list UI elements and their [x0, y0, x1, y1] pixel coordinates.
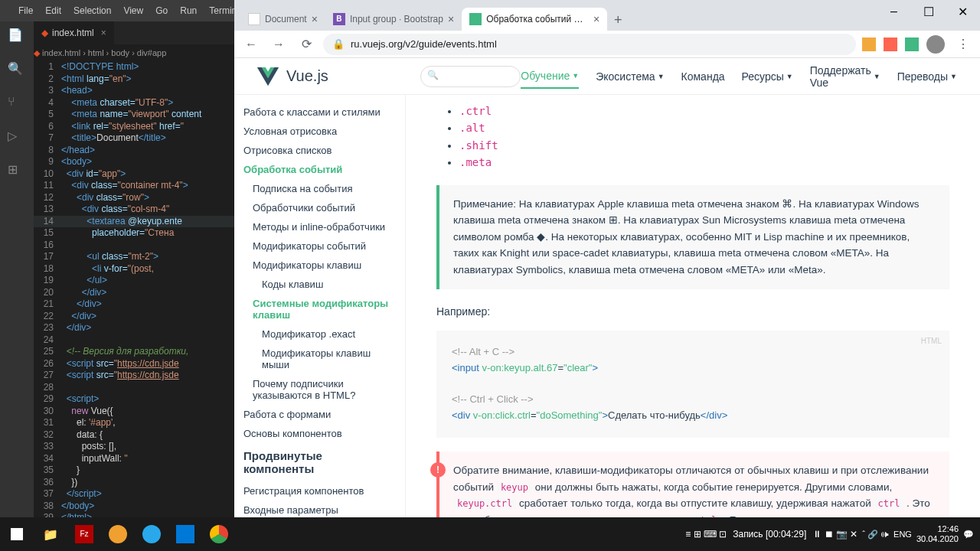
nav-item[interactable]: Переводы ▼ [897, 64, 957, 89]
sidebar-item[interactable]: Модификаторы клавиш [234, 256, 405, 275]
sidebar-item[interactable]: Модификатор .exact [234, 324, 405, 344]
sidebar-item[interactable]: Подписка на события [234, 179, 405, 198]
close-icon[interactable]: × [448, 13, 454, 25]
telegram-icon[interactable] [135, 517, 168, 551]
docs-content[interactable]: .ctrl.alt.shift.meta Примечание: На клав… [406, 58, 980, 517]
sidebar-item[interactable]: Отрисовка списков [234, 141, 405, 160]
activity-bar: 📄 🔍 ⑂ ▷ ⊞ [0, 21, 34, 517]
explorer-icon[interactable]: 📄 [8, 28, 26, 46]
sidebar-item[interactable]: Обработка событий [234, 160, 405, 179]
sidebar-item[interactable]: Модификаторы событий [234, 236, 405, 256]
window-controls: – ☐ ✕ [877, 0, 980, 23]
close-icon[interactable]: × [312, 13, 318, 25]
source-control-icon[interactable]: ⑂ [8, 95, 26, 113]
browser-tab[interactable]: BInput group · Bootstrap× [325, 8, 462, 31]
html-file-icon: ◆ [41, 28, 48, 38]
close-icon[interactable]: × [101, 28, 106, 38]
vscode-taskbar-icon[interactable] [168, 517, 202, 551]
tray-icons[interactable]: ˆ 🔗 🕪 [862, 530, 889, 540]
close-icon[interactable]: × [593, 13, 599, 25]
menu-icon[interactable]: ⋮ [952, 34, 974, 55]
code-editor[interactable]: 1<!DOCTYPE html>2<html lang="en">3<head>… [34, 61, 234, 517]
vue-logo-icon [257, 66, 279, 87]
vscode-menubar: File Edit Selection View Go Run Terminal [0, 0, 234, 21]
menu-run[interactable]: Run [174, 5, 203, 16]
main-nav: Обучение ▼Экосистема ▼КомандаРесурсы ▼По… [521, 64, 957, 89]
sidebar-item[interactable]: Условная отрисовка [234, 122, 405, 141]
editor-tabs: ◆ index.html × [34, 21, 234, 44]
sidebar-item[interactable]: Обработчики событий [234, 198, 405, 217]
url-text: ru.vuejs.org/v2/guide/events.html [351, 38, 497, 50]
recording-status[interactable]: ≡ ⊞ ⌨ ⊡ Запись [00:04:29] ⏸ ⏹ 📷 ✕ [685, 529, 858, 540]
breadcrumb[interactable]: ◆ index.html › html › body › div#app [0, 44, 234, 61]
minimize-button[interactable]: – [877, 0, 911, 23]
lock-icon: 🔒 [332, 38, 345, 50]
sidebar-item[interactable]: Методы и inline-обработчики [234, 217, 405, 236]
sidebar-item[interactable]: Работа с классами и стилями [234, 103, 405, 122]
clock[interactable]: 12:46 30.04.2020 [916, 524, 959, 544]
warning-box: ! Обратите внимание, клавиши-модификатор… [436, 452, 949, 517]
example-label: Например: [436, 303, 949, 320]
sidebar-item[interactable]: Системные модификаторы клавиш [234, 294, 405, 324]
page-content: Vue.js Обучение ▼Экосистема ▼КомандаРесу… [234, 58, 980, 517]
start-button[interactable] [0, 517, 34, 551]
note-box: Примечание: На клавиатурах Apple клавиша… [436, 185, 949, 289]
extensions: ⋮ [862, 34, 974, 55]
extensions-icon[interactable]: ⊞ [8, 162, 26, 181]
vue-ext-icon[interactable] [905, 37, 919, 51]
browser-tab[interactable]: Document× [240, 8, 325, 31]
sidebar-item[interactable]: Основы компонентов [234, 424, 405, 443]
debug-icon[interactable]: ▷ [8, 129, 26, 147]
ext-icon[interactable] [862, 37, 876, 51]
menu-go[interactable]: Go [149, 5, 174, 16]
menu-view[interactable]: View [117, 5, 149, 16]
search-input[interactable] [420, 66, 521, 87]
profile-avatar[interactable] [926, 35, 945, 54]
close-button[interactable]: ✕ [946, 0, 980, 23]
vue-logo[interactable]: Vue.js [257, 66, 328, 87]
filezilla-icon[interactable]: Fz [67, 517, 101, 551]
docs-sidebar[interactable]: Работа с классами и стилямиУсловная отри… [234, 58, 406, 517]
back-button[interactable]: ← [240, 34, 262, 55]
sidebar-item[interactable]: Регистрация компонентов [234, 481, 405, 500]
menu-file[interactable]: File [12, 5, 39, 16]
menu-edit[interactable]: Edit [39, 5, 67, 16]
sidebar-item[interactable]: Почему подписчики указываются в HTML? [234, 374, 405, 405]
app-icon[interactable] [101, 517, 135, 551]
nav-item[interactable]: Обучение ▼ [521, 64, 579, 89]
maximize-button[interactable]: ☐ [911, 0, 946, 23]
notifications-icon[interactable]: 💬 [963, 530, 974, 540]
modifier-list: .ctrl.alt.shift.meta [436, 103, 949, 171]
code-block: HTML <!-- Alt + C --> <input v-on:keyup.… [436, 331, 949, 438]
chrome-window: – ☐ ✕ Document×BInput group · Bootstrap×… [234, 0, 980, 517]
tab-index-html[interactable]: ◆ index.html × [34, 21, 114, 44]
nav-item[interactable]: Ресурсы ▼ [742, 64, 793, 89]
warning-icon: ! [430, 462, 446, 478]
sidebar-item[interactable]: Входные параметры [234, 500, 405, 517]
vue-header: Vue.js Обучение ▼Экосистема ▼КомандаРесу… [234, 58, 980, 95]
tab-label: index.html [52, 28, 94, 38]
sidebar-item[interactable]: Коды клавиш [234, 275, 405, 294]
sidebar-item[interactable]: Продвинутые компоненты [234, 443, 405, 481]
browser-tabs: Document×BInput group · Bootstrap×Обрабо… [234, 6, 980, 31]
brand-text: Vue.js [286, 67, 328, 85]
chrome-taskbar-icon[interactable] [202, 517, 236, 551]
file-explorer-icon[interactable]: 📁 [34, 517, 67, 551]
search-icon[interactable]: 🔍 [8, 61, 26, 80]
browser-tab[interactable]: Обработка событий — Vue.js× [462, 8, 607, 31]
sidebar-item[interactable]: Модификаторы клавиш мыши [234, 344, 405, 374]
browser-toolbar: ← → ⟳ 🔒 ru.vuejs.org/v2/guide/events.htm… [234, 31, 980, 58]
forward-button[interactable]: → [268, 34, 289, 55]
language-indicator[interactable]: ENG [893, 530, 912, 539]
nav-item[interactable]: Поддержать Vue ▼ [810, 64, 880, 89]
new-tab-button[interactable]: + [607, 9, 629, 31]
sidebar-item[interactable]: Работа с формами [234, 405, 405, 424]
ext-icon[interactable] [884, 37, 897, 51]
address-bar[interactable]: 🔒 ru.vuejs.org/v2/guide/events.html [323, 34, 856, 55]
reload-button[interactable]: ⟳ [296, 34, 317, 55]
windows-taskbar: 📁 Fz ≡ ⊞ ⌨ ⊡ Запись [00:04:29] ⏸ ⏹ 📷 ✕ ˆ… [0, 517, 980, 551]
menu-selection[interactable]: Selection [67, 5, 117, 16]
vscode-window: File Edit Selection View Go Run Terminal… [0, 0, 234, 517]
nav-item[interactable]: Экосистема ▼ [596, 64, 664, 89]
nav-item[interactable]: Команда [681, 64, 725, 89]
